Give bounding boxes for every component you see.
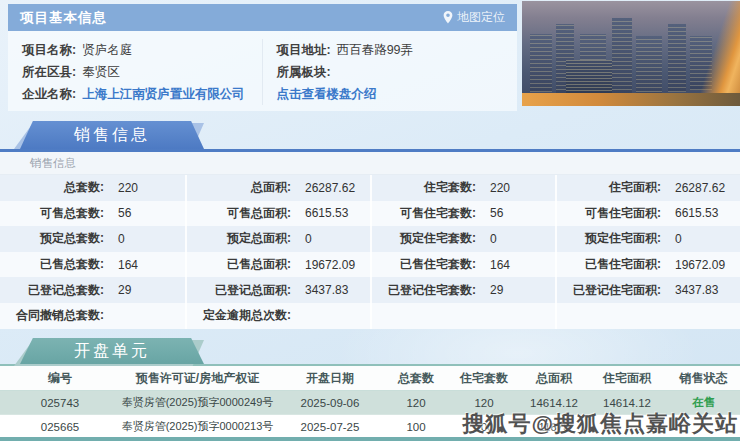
sales-info-tab: 销售信息 [12,121,208,149]
sales-label: 已登记住宅面积: [557,282,661,299]
plate-label: 所属板块: [277,65,331,79]
sales-row: 预定总套数:0 预定总面积:0 预定住宅套数:0 预定住宅面积:0 [0,226,740,252]
sales-label: 合同撤销总套数: [0,307,104,324]
address-value: 西百春路99弄 [337,43,413,57]
company-label: 企业名称: [22,87,76,101]
sales-value: 6615.53 [291,206,348,220]
sales-value: 29 [104,283,131,297]
map-locate-label: 地图定位 [457,9,505,26]
sales-value: 0 [661,232,682,246]
sales-value: 164 [104,258,138,272]
col-header-permit: 预售许可证/房地产权证 [120,370,275,387]
unit-permit: 奉贤房管(2025)预字0000249号 [120,395,275,410]
photo-building [530,34,552,92]
sales-row: 总套数:220 总面积:26287.62 住宅套数:220 住宅面积:26287… [0,175,740,201]
unit-total-units: 120 [385,397,447,409]
sales-value: 56 [476,206,503,220]
unit-open-date: 2025-07-25 [275,421,385,433]
units-table-header: 编号 预售许可证/房地产权证 开盘日期 总套数 住宅套数 总面积 住宅面积 销售… [0,366,740,391]
watermark: 搜狐号@搜狐焦点嘉峪关站 [463,409,738,439]
sales-label: 可售总套数: [0,205,104,222]
project-name-value: 贤庐名庭 [82,43,132,57]
sales-row: 可售总套数:56 可售总面积:6615.53 可售住宅套数:56 可售住宅面积:… [0,201,740,227]
sales-label: 住宅套数: [372,179,476,196]
sales-value: 56 [104,206,131,220]
sales-value: 19672.09 [661,258,725,272]
unit-id: 025665 [0,421,120,433]
sales-label: 定金逾期总次数: [187,307,291,324]
opening-units-tab: 开盘单元 [12,338,208,364]
unit-res-area: 14614.12 [587,397,667,409]
sales-table: 总套数:220 总面积:26287.62 住宅套数:220 住宅面积:26287… [0,175,740,329]
building-intro-link[interactable]: 点击查看楼盘介绍 [277,87,377,101]
sales-label: 预定总面积: [187,230,291,247]
sales-value: 220 [476,181,510,195]
sales-value: 220 [104,181,138,195]
project-photo [522,1,740,106]
col-header-open-date: 开盘日期 [275,370,385,387]
photo-building [636,36,662,96]
sales-row: 已登记总套数:29 已登记总面积:3437.83 已登记住宅套数:29 已登记住… [0,277,740,303]
col-header-res-units: 住宅套数 [447,370,521,387]
district-row: 所在区县:奉贤区 [22,61,248,83]
sales-label: 可售住宅套数: [372,205,476,222]
basic-info-left-col: 项目名称:贤庐名庭 所在区县:奉贤区 企业名称:上海上江南贤庐置业有限公司 [8,39,263,105]
page-title: 项目基本信息 [20,9,107,27]
sales-value: 19672.09 [291,258,355,272]
sales-label: 已售总面积: [187,256,291,273]
sales-label: 已登记总面积: [187,282,291,299]
sales-label: 预定住宅面积: [557,230,661,247]
sales-value: 0 [291,232,312,246]
intro-row: 点击查看楼盘介绍 [277,83,504,105]
sales-value: 26287.62 [291,181,355,195]
project-name-label: 项目名称: [22,43,76,57]
sales-value: 164 [476,258,510,272]
col-header-total-units: 总套数 [385,370,447,387]
sales-info-subheader: 销售信息 [0,152,740,175]
project-name-row: 项目名称:贤庐名庭 [22,39,248,61]
sales-row: 合同撤销总套数: 定金逾期总次数: [0,303,740,329]
photo-building [668,24,686,92]
company-link[interactable]: 上海上江南贤庐置业有限公司 [82,87,245,101]
address-label: 项目地址: [277,43,331,57]
sales-info-section: 销售信息 销售信息 总套数:220 总面积:26287.62 住宅套数:220 … [0,121,740,329]
sales-value: 0 [104,232,125,246]
sales-label: 住宅面积: [557,179,661,196]
sales-label: 预定住宅套数: [372,230,476,247]
col-header-res-area: 住宅面积 [587,370,667,387]
unit-res-units: 120 [447,397,521,409]
sales-label: 已售总套数: [0,256,104,273]
col-header-id: 编号 [0,370,120,387]
sales-value: 29 [476,283,503,297]
basic-info-section: 项目基本信息 地图定位 项目名称:贤庐名庭 所在区县:奉贤区 企业名称:上海上江… [0,0,740,108]
plate-row: 所属板块: [277,61,504,83]
sales-label: 可售总面积: [187,205,291,222]
unit-id: 025743 [0,397,120,409]
sales-label: 已登记总套数: [0,282,104,299]
sales-value: 0 [476,232,497,246]
photo-road [522,93,740,106]
basic-info-body: 项目名称:贤庐名庭 所在区县:奉贤区 企业名称:上海上江南贤庐置业有限公司 项目… [8,31,517,111]
sales-value: 6615.53 [661,206,718,220]
map-pin-icon [443,11,453,24]
unit-open-date: 2025-09-06 [275,397,385,409]
sales-value: 3437.83 [291,283,348,297]
address-row: 项目地址:西百春路99弄 [277,39,504,61]
status-badge: 在售 [667,395,740,410]
sales-label: 可售住宅面积: [557,205,661,222]
unit-total-units: 100 [385,421,447,433]
opening-units-tab-label: 开盘单元 [74,341,150,362]
sales-label: 已登记住宅套数: [372,282,476,299]
map-locate-link[interactable]: 地图定位 [443,9,505,26]
district-label: 所在区县: [22,65,76,79]
sales-value: 3437.83 [661,283,718,297]
sales-label: 已售住宅套数: [372,256,476,273]
unit-total-area: 14614.12 [521,397,587,409]
basic-info-right-col: 项目地址:西百春路99弄 所属板块: 点击查看楼盘介绍 [263,39,518,105]
sales-value: 26287.62 [661,181,725,195]
sales-info-tab-label: 销售信息 [74,125,150,146]
basic-info-panel: 项目基本信息 地图定位 项目名称:贤庐名庭 所在区县:奉贤区 企业名称:上海上江… [8,4,517,111]
photo-building [612,18,632,94]
sales-label: 总面积: [187,179,291,196]
district-value: 奉贤区 [82,65,120,79]
